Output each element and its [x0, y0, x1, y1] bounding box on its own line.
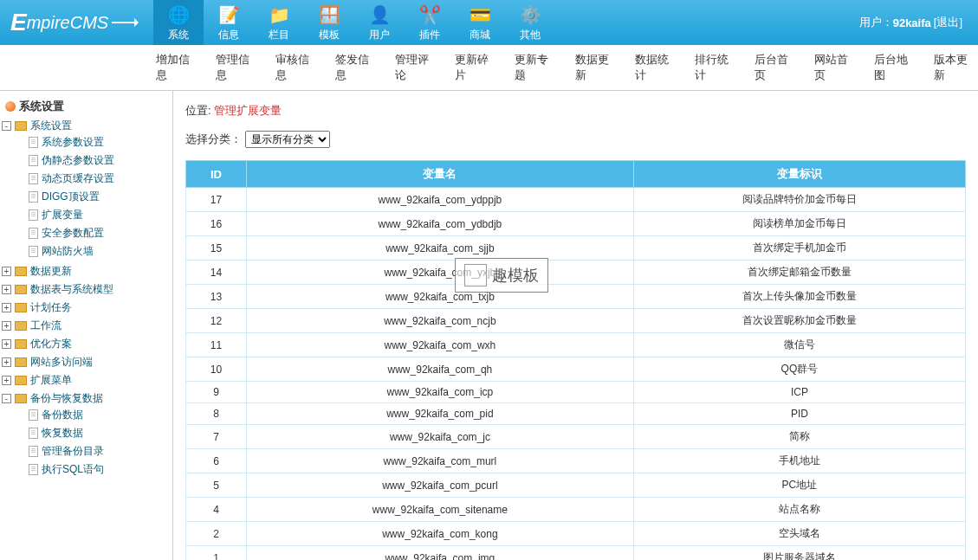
topnav-item-模板[interactable]: 🪟模板 — [304, 0, 354, 45]
tree-item-DIGG顶设置[interactable]: DIGG顶设置 — [16, 190, 171, 204]
table-row[interactable]: 14www_92kaifa_com_yxjb首次绑定邮箱金币数量 — [186, 261, 966, 285]
folder-icon — [15, 267, 27, 276]
table-row[interactable]: 11www_92kaifa_com_wxh微信号 — [186, 333, 966, 357]
topnav-item-商城[interactable]: 💳商城 — [455, 0, 505, 45]
topnav-item-系统[interactable]: 🌐系统 — [153, 0, 204, 45]
doc-icon — [29, 464, 38, 475]
table-row[interactable]: 4www_92kaifa_com_sitename站点名称 — [186, 498, 966, 522]
nav-icon: 📁 — [268, 3, 290, 26]
table-row[interactable]: 16www_92kaifa_com_ydbdjb阅读榜单加金币每日 — [186, 212, 966, 236]
folder-icon — [15, 321, 27, 331]
subnav-版本更新[interactable]: 版本更新 — [934, 52, 978, 83]
tree-toggle-icon[interactable]: - — [2, 394, 11, 403]
tree-item-网站防火墙[interactable]: 网站防火墙 — [16, 244, 171, 259]
tree-toggle-icon[interactable]: - — [2, 121, 11, 131]
table-row[interactable]: 6www_92kaifa_com_murl手机地址 — [186, 449, 966, 473]
folder-icon — [15, 303, 27, 312]
tree-item-数据更新[interactable]: +数据更新 — [2, 264, 171, 279]
sub-nav: 增加信息管理信息审核信息签发信息管理评论更新碎片更新专题数据更新数据统计排行统计… — [0, 45, 978, 91]
table-row[interactable]: 1www_92kaifa_com_img图片服务器域名 — [186, 546, 966, 561]
tree-item-网站多访问端[interactable]: +网站多访问端 — [2, 355, 171, 370]
tree-item-动态页缓存设置[interactable]: 动态页缓存设置 — [16, 171, 171, 186]
doc-icon — [29, 409, 38, 421]
doc-icon — [29, 428, 38, 439]
doc-icon — [29, 155, 38, 166]
logout-link[interactable]: [退出] — [934, 15, 962, 30]
subnav-审核信息[interactable]: 审核信息 — [275, 52, 320, 83]
tree-toggle-icon[interactable]: + — [2, 285, 11, 294]
doc-icon — [29, 228, 38, 239]
subnav-网站首页[interactable]: 网站首页 — [814, 52, 858, 83]
folder-icon — [15, 394, 27, 403]
tree-toggle-icon[interactable]: + — [2, 303, 11, 312]
doc-icon — [29, 209, 38, 221]
subnav-增加信息[interactable]: 增加信息 — [156, 52, 200, 83]
subnav-签发信息[interactable]: 签发信息 — [335, 52, 379, 83]
topnav-item-信息[interactable]: 📝信息 — [204, 0, 254, 45]
tree-item-系统参数设置[interactable]: 系统参数设置 — [16, 135, 171, 150]
topnav-item-用户[interactable]: 👤用户 — [354, 0, 405, 45]
tree-item-执行SQL语句[interactable]: 执行SQL语句 — [16, 462, 171, 477]
subnav-数据更新[interactable]: 数据更新 — [575, 52, 619, 83]
subnav-后台首页[interactable]: 后台首页 — [755, 52, 799, 83]
table-row[interactable]: 15www_92kaifa_com_sjjb首次绑定手机加金币 — [186, 236, 966, 261]
tree-item-优化方案[interactable]: +优化方案 — [2, 337, 171, 351]
tree-item-计划任务[interactable]: +计划任务 — [2, 300, 171, 315]
doc-icon — [29, 191, 38, 203]
table-row[interactable]: 10www_92kaifa_com_qhQQ群号 — [186, 357, 966, 382]
tree-toggle-icon[interactable]: + — [2, 321, 11, 331]
folder-icon — [15, 357, 27, 367]
tree-item-系统设置[interactable]: -系统设置 — [2, 119, 171, 133]
table-row[interactable]: 5www_92kaifa_com_pcurlPC地址 — [186, 473, 966, 498]
content-area: 位置: 管理扩展变量 选择分类： 显示所有分类 ID变量名变量标识 17www_… — [173, 91, 978, 560]
tree-item-备份数据[interactable]: 备份数据 — [16, 408, 171, 422]
nav-icon: 📝 — [217, 3, 240, 26]
tree-toggle-icon[interactable]: + — [2, 339, 11, 349]
subnav-更新碎片[interactable]: 更新碎片 — [455, 52, 499, 83]
table-row[interactable]: 7www_92kaifa_com_jc简称 — [186, 425, 966, 449]
tree-item-伪静态参数设置[interactable]: 伪静态参数设置 — [16, 153, 171, 168]
user-area: 用户： 92kaifa [退出] — [844, 0, 978, 45]
subnav-数据统计[interactable]: 数据统计 — [635, 52, 679, 83]
tree-toggle-icon[interactable]: + — [2, 267, 11, 276]
topnav-item-栏目[interactable]: 📁栏目 — [254, 0, 304, 45]
user-label: 用户： — [859, 15, 893, 30]
subnav-管理评论[interactable]: 管理评论 — [395, 52, 439, 83]
nav-icon: 🪟 — [318, 3, 340, 26]
subnav-更新专题[interactable]: 更新专题 — [515, 52, 559, 83]
subnav-排行统计[interactable]: 排行统计 — [695, 52, 739, 83]
table-row[interactable]: 17www_92kaifa_com_ydppjb阅读品牌特价加金币每日 — [186, 188, 966, 212]
table-row[interactable]: 2www_92kaifa_com_kong空头域名 — [186, 522, 966, 546]
table-row[interactable]: 12www_92kaifa_com_ncjb首次设置昵称加金币数量 — [186, 309, 966, 333]
folder-icon — [15, 339, 27, 349]
tree-item-扩展变量[interactable]: 扩展变量 — [16, 208, 171, 222]
tree-toggle-icon[interactable]: + — [2, 357, 11, 367]
table-row[interactable]: 9www_92kaifa_com_icpICP — [186, 382, 966, 403]
table-row[interactable]: 8www_92kaifa_com_pidPID — [186, 403, 966, 425]
folder-icon — [15, 285, 27, 294]
category-select[interactable]: 显示所有分类 — [245, 131, 330, 148]
tree-toggle-icon[interactable]: + — [2, 376, 11, 385]
doc-icon — [29, 137, 38, 148]
username: 92kaifa — [893, 16, 931, 29]
top-bar: EmpireCMS 🌐系统📝信息📁栏目🪟模板👤用户✂️插件💳商城⚙️其他 用户：… — [0, 0, 978, 45]
column-header: 变量标识 — [633, 161, 965, 188]
topnav-item-其他[interactable]: ⚙️其他 — [505, 0, 555, 45]
filter-row: 选择分类： 显示所有分类 — [185, 127, 966, 160]
subnav-后台地图[interactable]: 后台地图 — [874, 52, 918, 83]
topnav-item-插件[interactable]: ✂️插件 — [405, 0, 455, 45]
sidebar-title: 系统设置 — [2, 96, 171, 117]
tree-item-备份与恢复数据[interactable]: -备份与恢复数据 — [2, 391, 171, 406]
tree-item-工作流[interactable]: +工作流 — [2, 319, 171, 333]
doc-icon — [29, 173, 38, 184]
tree-item-扩展菜单[interactable]: +扩展菜单 — [2, 373, 171, 388]
tree-item-恢复数据[interactable]: 恢复数据 — [16, 426, 171, 441]
sidebar: 系统设置 -系统设置系统参数设置伪静态参数设置动态页缓存设置DIGG顶设置扩展变… — [0, 91, 173, 560]
nav-icon: 👤 — [368, 3, 391, 26]
tree-item-管理备份目录[interactable]: 管理备份目录 — [16, 444, 171, 459]
table-row[interactable]: 13www_92kaifa_com_txjb首次上传头像加金币数量 — [186, 285, 966, 309]
tree-item-安全参数配置[interactable]: 安全参数配置 — [16, 226, 171, 241]
nav-icon: 🌐 — [167, 3, 190, 26]
subnav-管理信息[interactable]: 管理信息 — [216, 52, 260, 83]
tree-item-数据表与系统模型[interactable]: +数据表与系统模型 — [2, 282, 171, 297]
